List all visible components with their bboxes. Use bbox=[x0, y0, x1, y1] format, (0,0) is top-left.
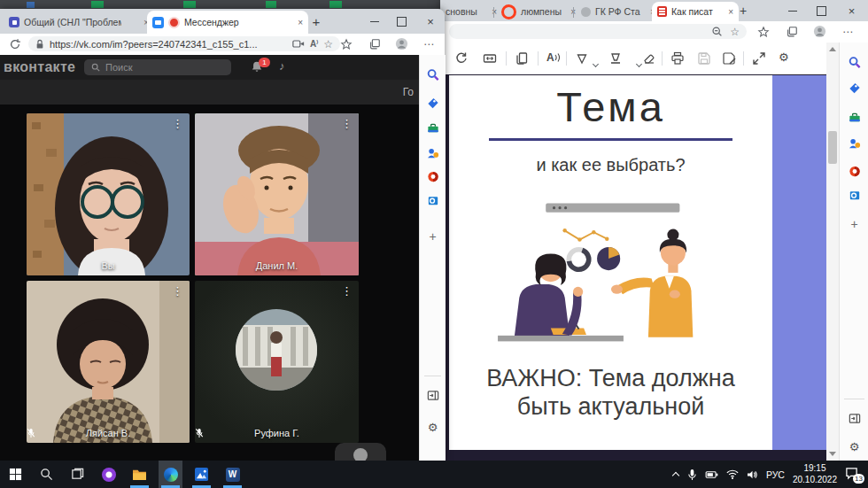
scrollbar-thumb[interactable] bbox=[828, 131, 837, 164]
scroll-up-arrow[interactable] bbox=[829, 47, 836, 51]
task-view-button[interactable] bbox=[66, 461, 89, 488]
video-tile-lyaysan[interactable]: ⋮ Ляйсан В. bbox=[27, 281, 190, 443]
sidebar-shopping-icon[interactable] bbox=[847, 81, 862, 96]
sidebar-settings-gear-icon[interactable]: ⚙ bbox=[847, 439, 862, 454]
word-button[interactable]: W bbox=[221, 461, 244, 488]
sidebar-shopping-icon[interactable] bbox=[425, 96, 440, 111]
microphone-icon[interactable] bbox=[687, 469, 697, 481]
video-tile-self[interactable]: ⋮ Вы bbox=[27, 113, 190, 275]
url-text: https://vk.com/im?peers=240742341_c155_c… bbox=[50, 39, 287, 50]
camera-in-use-icon[interactable] bbox=[292, 39, 305, 49]
sidebar-people-icon[interactable] bbox=[425, 146, 440, 161]
tab-messenger-active[interactable]: Мессенджер × bbox=[147, 11, 308, 34]
mic-muted-icon bbox=[195, 428, 204, 438]
new-tab-button[interactable]: + bbox=[734, 0, 752, 21]
save-as-icon[interactable] bbox=[722, 51, 736, 66]
action-center-button[interactable]: 13 bbox=[845, 467, 863, 483]
fit-to-width-icon[interactable] bbox=[483, 51, 497, 66]
settings-more-button[interactable]: ⋯ bbox=[842, 26, 854, 38]
tab-lyumpeny[interactable]: люмпены × bbox=[496, 2, 581, 21]
start-button[interactable] bbox=[4, 461, 27, 488]
url-field[interactable]: ☆ bbox=[449, 24, 747, 39]
refresh-icon[interactable] bbox=[9, 38, 21, 50]
background-fragment bbox=[266, 1, 276, 8]
tab-gk-rf[interactable]: ГК РФ Ста × bbox=[576, 2, 661, 21]
video-tile-danil[interactable]: ⋮ Данил М. bbox=[195, 113, 359, 275]
tab-close-icon[interactable]: × bbox=[728, 7, 733, 17]
sidebar-outlook-icon[interactable] bbox=[425, 193, 440, 208]
tile-menu-icon[interactable]: ⋮ bbox=[341, 118, 353, 129]
file-explorer-button[interactable] bbox=[128, 461, 151, 488]
read-aloud-icon[interactable]: A bbox=[546, 51, 561, 64]
page-view-icon[interactable] bbox=[515, 51, 529, 66]
add-favorite-icon[interactable]: ☆ bbox=[730, 26, 740, 38]
sidebar-settings-gear-icon[interactable]: ⚙ bbox=[425, 420, 440, 435]
video-tile-rufina[interactable]: ⋮ Руфина Г. bbox=[195, 281, 359, 443]
sidebar-search-icon[interactable] bbox=[847, 55, 862, 70]
maximize-button[interactable] bbox=[388, 9, 415, 34]
sidebar-add-icon[interactable]: + bbox=[425, 229, 440, 244]
new-tab-button[interactable]: + bbox=[306, 9, 326, 34]
url-field[interactable]: https://vk.com/im?peers=240742341_c155_c… bbox=[28, 36, 340, 51]
zoom-out-icon[interactable] bbox=[711, 26, 723, 37]
tile-menu-icon[interactable]: ⋮ bbox=[341, 285, 353, 297]
tray-expand-icon[interactable] bbox=[672, 471, 679, 478]
close-button[interactable]: × bbox=[835, 0, 868, 21]
close-button[interactable]: × bbox=[416, 9, 445, 34]
scroll-down-pill[interactable] bbox=[335, 443, 386, 461]
sidebar-tools-icon[interactable] bbox=[425, 120, 440, 136]
clock[interactable]: 19:15 20.10.2022 bbox=[793, 463, 837, 485]
highlighter-icon[interactable] bbox=[608, 51, 623, 66]
maximize-button[interactable] bbox=[807, 0, 835, 21]
tab-close-icon[interactable]: × bbox=[298, 18, 303, 27]
fullscreen-icon[interactable] bbox=[752, 51, 766, 66]
vk-search-input[interactable]: Поиск bbox=[84, 59, 231, 75]
favorites-bar-icon[interactable] bbox=[340, 38, 353, 50]
rotate-icon[interactable] bbox=[454, 51, 469, 66]
tile-menu-icon[interactable]: ⋮ bbox=[172, 118, 183, 129]
profile-avatar-icon[interactable] bbox=[395, 37, 408, 50]
minimize-button[interactable] bbox=[779, 0, 807, 21]
print-icon[interactable] bbox=[670, 51, 685, 66]
collections-icon[interactable] bbox=[786, 26, 798, 38]
sidebar-open-panel-icon[interactable] bbox=[847, 411, 862, 426]
taskbar-search-button[interactable] bbox=[35, 461, 58, 488]
tab-pdf-active[interactable]: Как писат × bbox=[652, 2, 739, 21]
sidebar-office-icon[interactable] bbox=[847, 164, 862, 179]
draw-options-chevron-icon[interactable] bbox=[593, 61, 599, 67]
sidebar-tools-icon[interactable] bbox=[847, 110, 862, 125]
battery-icon[interactable] bbox=[705, 470, 718, 479]
maximize-icon bbox=[397, 17, 407, 27]
vk-notifications-bell-icon[interactable]: 1 bbox=[251, 60, 267, 74]
address-bar: ☆ ⋯ bbox=[440, 21, 868, 43]
sidebar-open-panel-icon[interactable] bbox=[425, 388, 440, 403]
settings-more-button[interactable]: ⋯ bbox=[423, 38, 435, 50]
cortana-button[interactable] bbox=[97, 461, 120, 488]
read-aloud-icon[interactable]: A) bbox=[310, 39, 318, 49]
vk-music-icon[interactable]: ♪ bbox=[279, 59, 285, 73]
favorites-bar-icon[interactable] bbox=[757, 26, 770, 38]
save-icon[interactable] bbox=[697, 51, 711, 66]
draw-pen-icon[interactable] bbox=[575, 51, 589, 66]
pdf-scrollbar[interactable] bbox=[826, 43, 839, 461]
volume-icon[interactable] bbox=[747, 469, 758, 480]
eraser-icon[interactable] bbox=[642, 51, 656, 66]
photos-button[interactable] bbox=[190, 461, 213, 488]
profile-avatar-icon[interactable] bbox=[813, 25, 826, 38]
sidebar-add-icon[interactable]: + bbox=[847, 216, 862, 231]
scroll-down-arrow[interactable] bbox=[829, 452, 836, 456]
vk-logo[interactable]: вконтакте bbox=[4, 59, 75, 75]
wifi-icon[interactable] bbox=[726, 469, 739, 479]
add-favorite-icon[interactable]: ☆ bbox=[323, 38, 333, 50]
sidebar-outlook-icon[interactable] bbox=[847, 188, 862, 203]
sidebar-office-icon[interactable] bbox=[425, 169, 440, 184]
edge-button[interactable] bbox=[159, 461, 182, 488]
collections-icon[interactable] bbox=[368, 38, 381, 50]
minimize-button[interactable] bbox=[361, 9, 388, 34]
tile-menu-icon[interactable]: ⋮ bbox=[172, 285, 183, 297]
language-indicator[interactable]: РУС bbox=[766, 469, 785, 480]
tab-teams[interactable]: Общий (СНЛ "Проблемы теор × bbox=[4, 11, 154, 34]
sidebar-people-icon[interactable] bbox=[847, 136, 862, 151]
sidebar-search-icon[interactable] bbox=[425, 67, 440, 82]
pdf-settings-gear-icon[interactable]: ⚙ bbox=[779, 50, 789, 64]
